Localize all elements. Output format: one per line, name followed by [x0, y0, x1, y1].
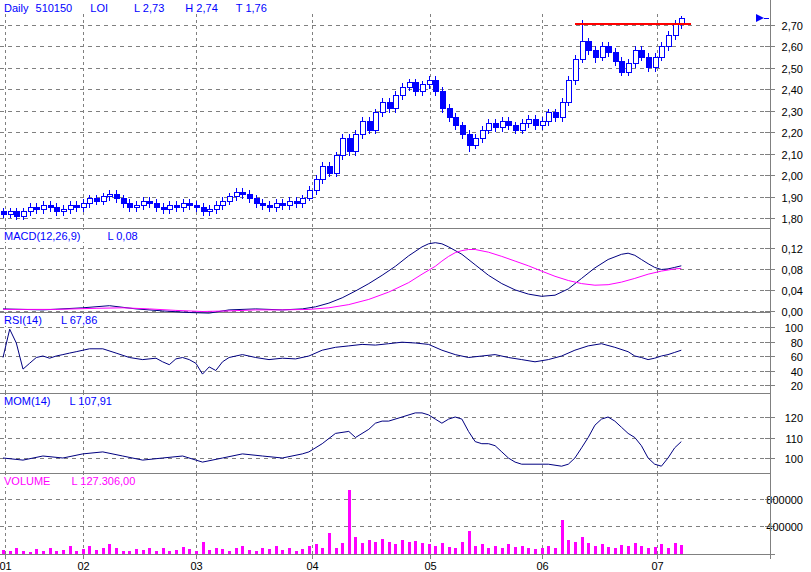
mom-label: MOM(14)	[4, 395, 50, 407]
y-axis-label: 120	[785, 412, 803, 424]
symbol-label: 510150	[36, 2, 73, 14]
candles-layer	[1, 16, 684, 220]
rsi-value: L 67,86	[61, 314, 97, 326]
y-axis-label: 2,50	[782, 63, 803, 75]
volume-bars-layer	[2, 490, 683, 554]
y-axis-label: 20	[791, 380, 803, 392]
y-axis-label: 110	[785, 433, 803, 445]
rsi-line	[3, 329, 681, 374]
y-axis-label: 2,10	[782, 149, 803, 161]
last-price-marker-icon	[756, 14, 769, 22]
y-axis-label: 2,20	[782, 127, 803, 139]
last-value-label: L 2,73	[134, 2, 164, 14]
chart-window: 1,801,902,002,102,202,302,402,502,602,70…	[0, 0, 811, 572]
period-label: Daily	[4, 2, 28, 14]
y-axis-label: 0,08	[782, 264, 803, 276]
x-axis-label: 03	[190, 560, 202, 572]
y-axis-label: 800000	[766, 494, 803, 506]
t-value-label: T 1,76	[236, 2, 267, 14]
y-axis-label: 0,12	[782, 243, 803, 255]
y-axis-label: 0,00	[782, 306, 803, 318]
y-axis-label: 1,90	[782, 192, 803, 204]
ticker-name-label: LOI	[90, 2, 108, 14]
y-axis-label: 2,00	[782, 170, 803, 182]
x-axis-label: 01	[0, 560, 12, 572]
rsi-label: RSI(14)	[4, 314, 42, 326]
macd-line	[3, 243, 681, 313]
x-axis-label: 04	[306, 560, 318, 572]
mom-grid: 100110120	[0, 393, 803, 473]
volume-value: L 127.306,00	[72, 475, 136, 487]
y-axis-label: 400000	[766, 521, 803, 533]
rsi-panel-header: RSI(14) L 67,86	[3, 314, 98, 326]
mom-value: L 107,91	[70, 395, 112, 407]
y-axis-label: 100	[785, 453, 803, 465]
x-axis-label: 06	[536, 560, 548, 572]
x-axis-label: 02	[77, 560, 89, 572]
x-axis-label: 05	[424, 560, 436, 572]
y-axis-label: 80	[791, 337, 803, 349]
y-axis-label: 2,60	[782, 41, 803, 53]
macd-value: L 0,08	[107, 230, 137, 242]
y-axis-label: 2,40	[782, 84, 803, 96]
macd-panel-header: MACD(12,26,9) L 0,08	[3, 230, 139, 242]
y-axis-label: 100	[785, 322, 803, 334]
y-axis-label: 0,04	[782, 285, 803, 297]
macd-label: MACD(12,26,9)	[4, 230, 80, 242]
price-grid: 1,801,902,002,102,202,302,402,502,602,70	[0, 14, 803, 228]
y-axis-label: 40	[791, 366, 803, 378]
y-axis-label: 2,70	[782, 20, 803, 32]
y-axis-label: 2,30	[782, 106, 803, 118]
rsi-grid: 20406080100	[0, 312, 803, 393]
volume-label: VOLUME	[4, 475, 50, 487]
volume-panel-header: VOLUME L 127.306,00	[3, 475, 136, 487]
high-value-label: H 2,74	[185, 2, 217, 14]
x-axis-label: 07	[651, 560, 663, 572]
price-panel-header: Daily 510150 LOI L 2,73 H 2,74 T 1,76	[3, 2, 268, 14]
y-axis-label: 1,80	[782, 213, 803, 225]
y-axis-label: 60	[791, 351, 803, 363]
mom-panel-header: MOM(14) L 107,91	[3, 395, 113, 407]
